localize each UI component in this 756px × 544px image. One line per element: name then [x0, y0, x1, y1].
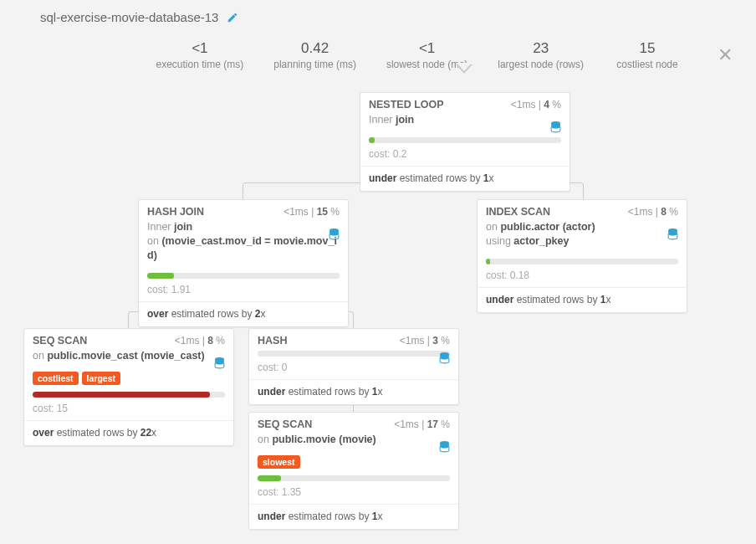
- stat-plan-time: 0.42planning time (ms): [273, 40, 356, 70]
- database-icon[interactable]: [439, 441, 450, 454]
- database-icon[interactable]: [329, 228, 340, 241]
- plan-node-index-scan[interactable]: INDEX SCAN <1ms | 8 % on public.actor (a…: [477, 199, 687, 313]
- plan-node-hash-join[interactable]: HASH JOIN <1ms | 15 % Inner joinon (movi…: [138, 199, 349, 327]
- badge-largest: largest: [82, 372, 120, 385]
- pointer-arrow-icon: [456, 64, 472, 74]
- badges: costliest largest: [24, 368, 233, 387]
- cost-bar: [486, 259, 490, 264]
- stat-largest: 23largest node (rows): [498, 40, 584, 70]
- stat-costliest: 15costliest node: [614, 40, 681, 70]
- badge-costliest: costliest: [33, 372, 79, 385]
- plan-node-seq-scan-movie-cast[interactable]: SEQ SCAN <1ms | 8 % on public.movie_cast…: [23, 328, 234, 446]
- database-icon[interactable]: [214, 357, 225, 370]
- badges: slowest: [249, 452, 458, 470]
- close-icon[interactable]: ✕: [718, 44, 733, 66]
- stat-exec-time: <1execution time (ms): [156, 40, 244, 70]
- database-icon[interactable]: [667, 228, 678, 241]
- database-icon[interactable]: [550, 121, 561, 134]
- cost-bar: [147, 273, 174, 279]
- page-header: sql-exercise-movie-database-13: [40, 10, 238, 24]
- plan-node-hash[interactable]: HASH <1ms | 3 % cost: 0 under estimated …: [248, 328, 459, 405]
- cost-bar: [258, 475, 281, 481]
- page-title: sql-exercise-movie-database-13: [40, 10, 218, 24]
- stats-row: <1execution time (ms) 0.42planning time …: [156, 40, 733, 70]
- edit-icon[interactable]: [227, 12, 238, 23]
- plan-canvas[interactable]: NESTED LOOP <1ms | 4 % Inner join cost: …: [0, 92, 756, 544]
- plan-node-nested-loop[interactable]: NESTED LOOP <1ms | 4 % Inner join cost: …: [360, 92, 570, 192]
- database-icon[interactable]: [439, 352, 450, 365]
- cost-bar: [369, 137, 375, 143]
- plan-node-seq-scan-movie[interactable]: SEQ SCAN <1ms | 17 % on public.movie (mo…: [248, 412, 459, 530]
- badge-slowest: slowest: [258, 455, 300, 469]
- cost-bar: [33, 392, 210, 398]
